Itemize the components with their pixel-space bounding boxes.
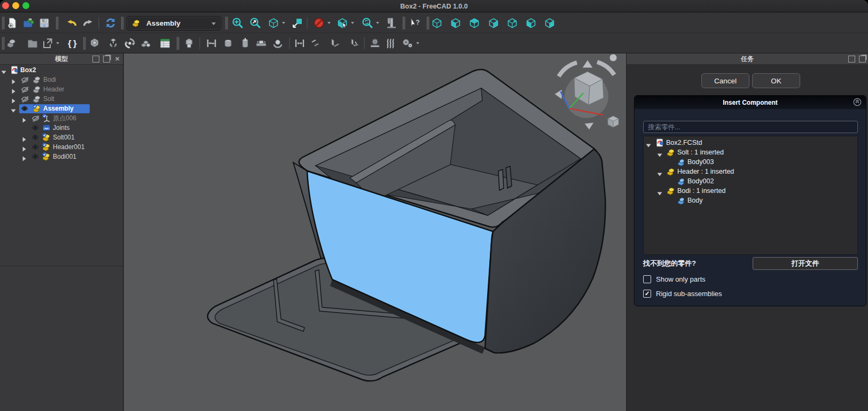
tree-item-label[interactable]: 原点006 (53, 114, 76, 123)
tree-item-label[interactable]: Header (43, 86, 64, 93)
redo-icon[interactable] (81, 15, 96, 30)
ok-button[interactable]: OK (752, 73, 800, 88)
parts-tree-label[interactable]: Box2.FCStd (666, 139, 702, 146)
tree-item-Assembly[interactable]: Assembly (0, 104, 123, 113)
joint-gears-icon[interactable] (400, 36, 415, 51)
minimize-panel-icon[interactable] (92, 56, 99, 63)
parts-tree-item-Box2.FCStd[interactable]: Box2.FCStd (644, 138, 857, 148)
joint-fixed-icon[interactable] (204, 36, 219, 51)
axonometric-view-icon[interactable] (266, 15, 281, 30)
expander-icon[interactable] (21, 154, 27, 159)
joint-belt-icon[interactable] (383, 36, 398, 51)
toolbar-grip[interactable] (83, 37, 86, 50)
expander-icon[interactable] (657, 150, 662, 156)
view-rear-icon[interactable] (505, 15, 520, 30)
cancel-button[interactable]: Cancel (701, 73, 749, 88)
joint-rack-pinion-icon[interactable] (367, 36, 382, 51)
bill-of-materials-icon[interactable] (158, 36, 173, 51)
chevron-down-icon[interactable] (56, 42, 59, 44)
zoom-fit-icon[interactable] (230, 15, 245, 30)
joint-cylindrical-icon[interactable] (238, 36, 253, 51)
expander-icon[interactable] (646, 141, 651, 146)
expander-icon[interactable] (21, 144, 27, 150)
joint-perpendicular-icon[interactable] (327, 36, 342, 51)
expander-icon[interactable] (657, 169, 662, 175)
parts-tree-item-Body003[interactable]: Body003 (644, 157, 857, 167)
split-assembly-icon[interactable] (138, 36, 153, 51)
new-group-icon[interactable] (25, 36, 40, 51)
tree-item-Solt[interactable]: Solt (0, 94, 123, 104)
eye-visible-icon[interactable] (32, 153, 40, 161)
tree-item-label[interactable]: Assembly (43, 105, 74, 112)
box-element-selection-icon[interactable] (335, 15, 350, 30)
eye-visible-icon[interactable] (32, 134, 40, 142)
sync-camera-icon[interactable] (360, 15, 375, 30)
eye-hidden-icon[interactable] (32, 114, 40, 123)
tree-item-label[interactable]: Header001 (53, 143, 84, 151)
parts-tree-label[interactable]: Header : 1 inserted (677, 168, 734, 175)
tree-item-label[interactable]: Bodi001 (53, 153, 76, 160)
workbench-selector[interactable]: Assembly (127, 16, 221, 30)
tree-item-Bodi[interactable]: Bodi (0, 75, 123, 84)
expander-icon[interactable] (21, 115, 27, 121)
tree-item-label[interactable]: Solt001 (53, 134, 75, 141)
expander-icon[interactable] (11, 106, 16, 111)
variables-icon[interactable]: { } (65, 36, 80, 51)
joint-distance-icon[interactable] (292, 36, 307, 51)
refresh-icon[interactable] (103, 15, 118, 30)
parts-tree-label[interactable]: Bodi : 1 inserted (677, 187, 725, 195)
joint-angle-icon[interactable] (347, 36, 362, 51)
tree-item-label[interactable]: Bodi (43, 76, 56, 83)
view-front-icon[interactable] (448, 15, 463, 30)
zoom-to-selection-icon[interactable] (248, 15, 263, 30)
rigid-subassemblies-checkbox[interactable]: ✓ (643, 290, 651, 298)
tree-item-Header[interactable]: Header (0, 84, 123, 94)
expander-icon[interactable] (657, 189, 662, 194)
parts-tree-item-Body[interactable]: Body (644, 196, 857, 205)
view-isometric-icon[interactable] (429, 15, 444, 30)
view-top-icon[interactable] (467, 15, 482, 30)
toolbar-grip[interactable] (2, 37, 5, 50)
whats-this-icon[interactable]: ? (408, 15, 423, 30)
toolbar-grip[interactable] (225, 17, 228, 29)
undo-icon[interactable] (64, 15, 79, 30)
expander-icon[interactable] (11, 77, 16, 82)
tree-item-label[interactable]: Box2 (20, 66, 36, 74)
parts-tree-item-Header : 1 inserted[interactable]: Header : 1 inserted (644, 167, 857, 176)
insert-link-icon[interactable] (106, 36, 121, 51)
expander-icon[interactable] (11, 87, 16, 92)
chevron-down-icon[interactable] (376, 22, 379, 24)
view-right-icon[interactable] (486, 15, 501, 30)
chevron-down-icon[interactable] (351, 22, 354, 24)
joint-slider-icon[interactable] (254, 36, 269, 51)
3d-viewport[interactable] (124, 53, 626, 411)
parts-tree-item-Bodi : 1 inserted[interactable]: Bodi : 1 inserted (644, 186, 857, 196)
tree-item-label[interactable]: Joints (53, 124, 69, 131)
sync-placement-icon[interactable] (290, 15, 305, 30)
tree-item-Solt001[interactable]: Solt001 (0, 133, 123, 142)
show-only-parts-checkbox[interactable] (643, 275, 651, 283)
toggle-grounded-icon[interactable] (182, 36, 197, 51)
solve-assembly-icon[interactable] (122, 36, 137, 51)
eye-visible-icon[interactable] (32, 143, 40, 152)
toolbar-grip[interactable] (121, 17, 124, 29)
view-left-icon[interactable] (542, 15, 557, 30)
chevron-down-icon[interactable] (416, 42, 419, 44)
eye-hidden-icon[interactable] (21, 86, 29, 94)
eye-hidden-icon[interactable] (21, 76, 29, 84)
joint-ball-icon[interactable] (270, 36, 285, 51)
parts-tree-item-Body002[interactable]: Body002 (644, 176, 857, 186)
toggle-clipping-icon[interactable] (311, 15, 326, 30)
close-panel-icon[interactable]: ✕ (114, 56, 121, 63)
float-panel-icon[interactable] (103, 56, 110, 63)
float-panel-icon[interactable] (859, 56, 866, 63)
joint-parallel-icon[interactable] (308, 36, 323, 51)
expander-icon[interactable] (21, 135, 27, 140)
chevron-down-icon[interactable] (282, 22, 285, 24)
tree-item-label[interactable]: Solt (43, 95, 54, 103)
view-bottom-icon[interactable] (523, 15, 538, 30)
eye-visible-icon[interactable] (21, 105, 29, 113)
eye-visible-icon[interactable] (32, 124, 40, 133)
tree-item-Box2[interactable]: Box2 (0, 65, 123, 75)
panel-splitter[interactable] (0, 266, 123, 266)
